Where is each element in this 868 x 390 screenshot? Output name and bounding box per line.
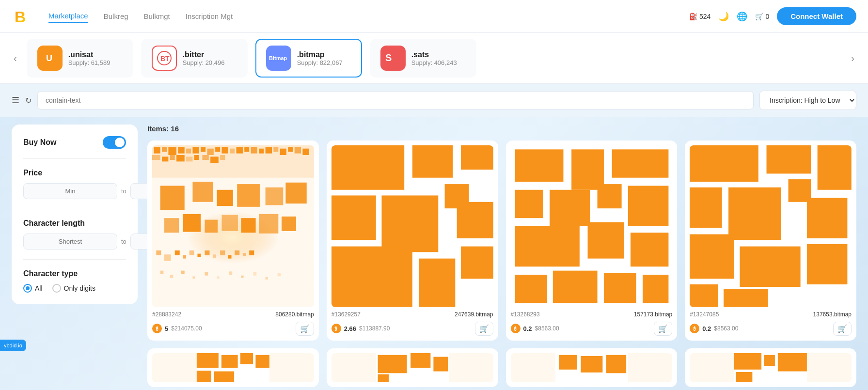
cart-info[interactable]: 🛒 0 (755, 13, 769, 20)
item-price-left-4: ₿ 0.2 $8563.00 (690, 324, 738, 333)
btc-icon-1: ₿ (152, 324, 162, 333)
item-price-left-2: ₿ 2.66 $113887.90 (331, 324, 390, 333)
svg-rect-22 (230, 149, 235, 154)
buy-now-row: Buy Now (23, 136, 126, 149)
sats-info: .sats Supply: 406,243 (411, 50, 457, 66)
svg-rect-38 (194, 155, 199, 160)
item-thumb-2 (331, 145, 493, 307)
dark-mode-icon[interactable]: 🌙 (718, 11, 729, 22)
svg-rect-101 (630, 233, 668, 266)
item-price-row-4: ₿ 0.2 $8563.00 🛒 (690, 322, 852, 336)
add-to-cart-1[interactable]: 🛒 (296, 322, 314, 336)
svg-rect-125 (214, 371, 234, 382)
cat-bitmap[interactable]: Bitmap .bitmap Supply: 822,067 (255, 39, 362, 78)
svg-rect-100 (587, 222, 624, 259)
sort-select[interactable]: Inscription: High to Low Inscription: Lo… (759, 91, 856, 110)
svg-rect-23 (237, 147, 243, 153)
svg-rect-59 (183, 255, 186, 259)
svg-rect-99 (515, 226, 580, 266)
price-section: Price to (23, 169, 126, 199)
cat-unisat[interactable]: U .unisat Supply: 61,589 (27, 39, 133, 78)
svg-rect-70 (170, 275, 174, 278)
svg-rect-36 (176, 155, 185, 161)
item-price-left-1: ₿ 5 $214075.00 (152, 324, 202, 333)
svg-rect-50 (183, 214, 201, 232)
svg-rect-103 (552, 271, 597, 303)
bitter-supply: Supply: 20,496 (183, 59, 225, 66)
item-thumb-5 (152, 353, 314, 382)
char-shortest-input[interactable] (23, 234, 117, 250)
nav-marketplace[interactable]: Marketplace (48, 10, 88, 23)
price-min-input[interactable] (23, 183, 117, 199)
svg-rect-129 (433, 357, 448, 371)
svg-rect-15 (178, 147, 184, 153)
cart-icon: 🛒 (755, 13, 763, 20)
gas-pump-icon: ⛽ (689, 13, 697, 20)
divider-3 (23, 259, 126, 260)
nav-inscription-mgt[interactable]: Inscription Mgt (186, 10, 233, 22)
divider-1 (23, 158, 126, 159)
svg-rect-48 (176, 202, 290, 267)
filter-icon[interactable]: ☰ (12, 95, 19, 106)
nav-bulkreg[interactable]: Bulkreg (104, 10, 128, 22)
unisat-name: .unisat (68, 50, 110, 59)
cat-next-arrow[interactable]: › (849, 51, 856, 66)
cat-sats[interactable]: S .sats Supply: 406,243 (370, 39, 476, 78)
svg-rect-37 (186, 156, 192, 161)
svg-rect-73 (205, 272, 208, 276)
price-row: to (23, 183, 126, 199)
svg-rect-83 (461, 145, 493, 170)
svg-rect-95 (515, 190, 543, 218)
svg-rect-52 (222, 215, 238, 231)
svg-rect-16 (186, 149, 191, 154)
svg-rect-92 (515, 149, 563, 182)
item-id-2: #13629257 (331, 311, 361, 318)
svg-rect-25 (251, 147, 257, 153)
divider-2 (23, 209, 126, 209)
nav-bulkmgt[interactable]: Bulkmgt (144, 10, 170, 22)
svg-rect-85 (381, 195, 438, 252)
item-id-1: #28883242 (152, 311, 181, 318)
connect-wallet-button[interactable]: Connect Wallet (777, 7, 856, 25)
bitter-info: .bitter Supply: 20,496 (183, 50, 225, 66)
price-separator: to (121, 187, 126, 195)
svg-rect-34 (162, 156, 168, 161)
item-card-7 (506, 348, 678, 387)
svg-rect-53 (241, 218, 256, 233)
svg-rect-102 (515, 275, 547, 303)
item-btc-3: 0.2 (523, 325, 532, 332)
char-type-section: Character type All Only digits (23, 269, 126, 293)
item-thumb-7 (511, 353, 673, 382)
unisat-info: .unisat Supply: 61,589 (68, 50, 110, 66)
svg-rect-134 (606, 355, 626, 374)
char-length-label: Character length (23, 219, 126, 228)
item-card-4: #13247085 137653.bitmap ₿ 0.2 $8563.00 🛒 (685, 140, 856, 341)
svg-rect-77 (253, 272, 257, 276)
buy-now-toggle[interactable] (103, 136, 126, 149)
item-meta-2: #13629257 247639.bitmap (331, 311, 493, 318)
svg-rect-137 (764, 355, 775, 366)
header-right: ⛽ 524 🌙 🌐 🛒 0 Connect Wallet (689, 7, 856, 25)
side-badge[interactable]: ybdid.io (0, 340, 26, 351)
translate-icon[interactable]: 🌐 (737, 11, 747, 22)
svg-rect-55 (282, 217, 296, 231)
add-to-cart-3[interactable]: 🛒 (654, 322, 672, 336)
item-card-5 (147, 348, 319, 387)
radio-all[interactable]: All (23, 284, 43, 293)
char-length-section: Character length to (23, 219, 126, 250)
item-usd-1: $214075.00 (171, 325, 202, 332)
cat-prev-arrow[interactable]: ‹ (12, 51, 19, 66)
refresh-icon[interactable]: ↻ (25, 96, 32, 105)
add-to-cart-2[interactable]: 🛒 (475, 322, 493, 336)
svg-rect-88 (419, 259, 455, 307)
svg-rect-35 (170, 155, 175, 160)
items-grid: #28883242 806280.bitmap ₿ 5 $214075.00 🛒 (147, 140, 856, 341)
items-area: Items: 16 (147, 125, 856, 387)
radio-only-digits[interactable]: Only digits (52, 284, 95, 293)
item-thumb-4 (690, 145, 852, 307)
add-to-cart-4[interactable]: 🛒 (833, 322, 852, 336)
search-input[interactable] (37, 91, 754, 109)
category-items: U .unisat Supply: 61,589 BT .bitter Supp… (27, 39, 842, 78)
char-type-label: Character type (23, 269, 126, 278)
cat-bitter[interactable]: BT .bitter Supply: 20,496 (141, 39, 248, 78)
